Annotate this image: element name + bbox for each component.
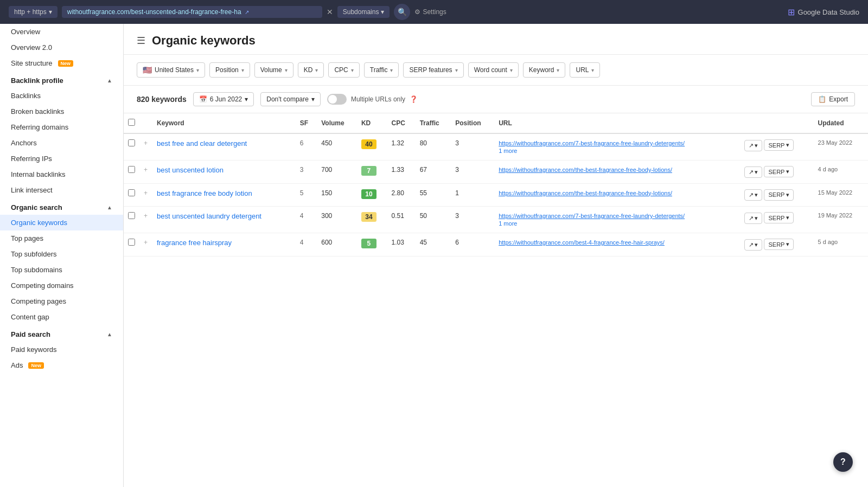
th-traffic[interactable]: Traffic (416, 113, 451, 133)
multiple-urls-toggle[interactable] (327, 94, 347, 105)
url-close-icon[interactable]: ✕ (327, 8, 333, 16)
url-link[interactable]: https://withoutfragrance.com/best-4-frag… (499, 239, 665, 246)
protocol-selector[interactable]: http + https ▾ (9, 6, 58, 18)
chevron-down-icon: ▾ (315, 67, 318, 73)
url-link[interactable]: https://withoutfragrance.com/the-best-fr… (499, 190, 672, 196)
sidebar-item-top-subdomains[interactable]: Top subdomains (0, 262, 123, 278)
sidebar-item-content-gap[interactable]: Content gap (0, 309, 123, 325)
sidebar-item-link-intersect[interactable]: Link intersect (0, 182, 123, 198)
keyword-link[interactable]: fragrance free hairspray (157, 239, 232, 247)
trend-button[interactable]: ↗ ▾ (744, 166, 762, 178)
sidebar-item-overview2[interactable]: Overview 2.0 (0, 40, 123, 55)
url-more-link[interactable]: 1 more (499, 220, 517, 227)
date-selector[interactable]: 📅 6 Jun 2022 ▾ (193, 92, 254, 106)
search-button[interactable]: 🔍 (394, 4, 410, 20)
serp-button[interactable]: SERP ▾ (764, 139, 794, 151)
row-keyword[interactable]: best free and clear detergent (152, 133, 296, 161)
row-expand-cell[interactable]: + (139, 183, 152, 207)
url-bar[interactable]: withoutfragrance.com/best-unscented-and-… (62, 6, 322, 18)
url-filter[interactable]: URL ▾ (570, 62, 600, 78)
position-filter[interactable]: Position ▾ (209, 62, 250, 78)
section-label: Backlink profile (11, 76, 63, 85)
serp-button[interactable]: SERP ▾ (764, 212, 794, 223)
sidebar-item-competing-pages[interactable]: Competing pages (0, 293, 123, 309)
row-expand-cell[interactable]: + (139, 133, 152, 161)
trend-button[interactable]: ↗ ▾ (744, 189, 762, 201)
row-keyword[interactable]: best unscented laundry detergent (152, 207, 296, 233)
row-keyword[interactable]: best fragrance free body lotion (152, 183, 296, 207)
sidebar-section-paid-search[interactable]: Paid search ▲ (0, 325, 123, 342)
chevron-down-icon: ▾ (557, 67, 559, 73)
url-more-link[interactable]: 1 more (499, 148, 517, 154)
row-expand-cell[interactable]: + (139, 207, 152, 233)
sidebar-item-referring-domains[interactable]: Referring domains (0, 119, 123, 135)
sidebar-section-organic-search[interactable]: Organic search ▲ (0, 198, 123, 215)
sidebar-item-top-subfolders[interactable]: Top subfolders (0, 246, 123, 262)
sidebar-item-ads[interactable]: Ads New (0, 357, 123, 373)
sidebar-item-internal-backlinks[interactable]: Internal backlinks (0, 166, 123, 182)
row-keyword[interactable]: fragrance free hairspray (152, 233, 296, 257)
export-button[interactable]: 📋 Export (811, 92, 855, 106)
th-keyword[interactable]: Keyword (152, 113, 296, 133)
word-count-filter[interactable]: Word count ▾ (468, 62, 519, 78)
volume-filter[interactable]: Volume ▾ (254, 62, 293, 78)
keyword-link[interactable]: best fragrance free body lotion (157, 189, 252, 197)
select-all-checkbox[interactable] (128, 119, 135, 126)
country-filter[interactable]: 🇺🇸 United States ▾ (137, 62, 205, 78)
sidebar-item-broken-backlinks[interactable]: Broken backlinks (0, 104, 123, 119)
traffic-filter[interactable]: Traffic ▾ (364, 62, 399, 78)
row-checkbox[interactable] (128, 139, 135, 146)
url-link[interactable]: https://withoutfragrance.com/the-best-fr… (499, 166, 672, 173)
settings-button[interactable]: ⚙ Settings (414, 8, 446, 16)
serp-button[interactable]: SERP ▾ (764, 239, 794, 250)
serp-button[interactable]: SERP ▾ (764, 166, 794, 177)
trend-button[interactable]: ↗ ▾ (744, 239, 762, 251)
row-keyword[interactable]: best unscented lotion (152, 161, 296, 184)
url-link[interactable]: https://withoutfragrance.com/7-best-frag… (499, 140, 685, 146)
th-cpc[interactable]: CPC (387, 113, 415, 133)
subdomains-selector[interactable]: Subdomains ▾ (337, 6, 390, 18)
help-icon[interactable]: ❓ (410, 95, 418, 103)
row-position: 3 (451, 133, 494, 161)
serp-button[interactable]: SERP ▾ (764, 189, 794, 201)
sidebar-item-competing-domains[interactable]: Competing domains (0, 278, 123, 293)
sidebar-item-top-pages[interactable]: Top pages (0, 230, 123, 246)
row-checkbox[interactable] (128, 212, 135, 219)
trend-button[interactable]: ↗ ▾ (744, 213, 762, 224)
row-checkbox[interactable] (128, 166, 135, 173)
kd-filter[interactable]: KD ▾ (298, 62, 324, 78)
sidebar-item-overview[interactable]: Overview (0, 24, 123, 40)
row-checkbox-cell (124, 233, 139, 257)
sidebar-item-site-structure[interactable]: Site structure New (0, 55, 123, 71)
th-updated[interactable]: Updated (814, 113, 868, 133)
keyword-filter[interactable]: Keyword ▾ (523, 62, 566, 78)
keyword-link[interactable]: best free and clear detergent (157, 139, 247, 148)
sidebar-item-organic-keywords[interactable]: Organic keywords (0, 215, 123, 230)
cpc-filter[interactable]: CPC ▾ (328, 62, 359, 78)
hamburger-icon[interactable]: ☰ (137, 35, 145, 47)
row-expand-cell[interactable]: + (139, 233, 152, 257)
row-checkbox-cell (124, 207, 139, 233)
sidebar-item-backlinks[interactable]: Backlinks (0, 88, 123, 104)
sidebar-item-anchors[interactable]: Anchors (0, 135, 123, 151)
th-volume[interactable]: Volume (317, 113, 357, 133)
sidebar-item-paid-keywords[interactable]: Paid keywords (0, 342, 123, 357)
row-expand-cell[interactable]: + (139, 161, 152, 184)
keyword-link[interactable]: best unscented laundry detergent (157, 212, 261, 220)
row-sf: 3 (296, 161, 317, 184)
th-position[interactable]: Position (451, 113, 494, 133)
trend-button[interactable]: ↗ ▾ (744, 140, 762, 151)
row-checkbox[interactable] (128, 239, 135, 246)
serp-features-filter[interactable]: SERP features ▾ (403, 62, 463, 78)
url-link[interactable]: https://withoutfragrance.com/7-best-frag… (499, 213, 685, 219)
keyword-link[interactable]: best unscented lotion (157, 166, 224, 174)
chevron-down-icon: ▾ (196, 67, 199, 73)
th-url[interactable]: URL (494, 113, 740, 133)
help-float-button[interactable]: ? (833, 452, 853, 472)
row-checkbox[interactable] (128, 189, 135, 196)
sidebar-item-referring-ips[interactable]: Referring IPs (0, 151, 123, 166)
compare-selector[interactable]: Don't compare ▾ (260, 92, 321, 106)
th-kd[interactable]: KD (357, 113, 387, 133)
sidebar-section-backlink-profile[interactable]: Backlink profile ▲ (0, 71, 123, 88)
th-sf[interactable]: SF (296, 113, 317, 133)
